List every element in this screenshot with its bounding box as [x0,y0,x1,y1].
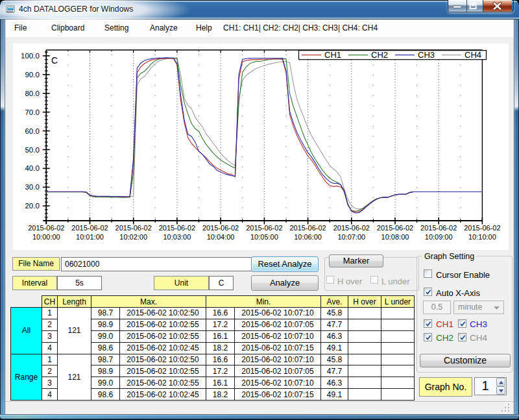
svg-text:2015-06-02: 2015-06-02 [289,224,326,232]
svg-text:2015-06-02: 2015-06-02 [377,224,413,232]
svg-text:10:08:00: 10:08:00 [381,233,409,241]
svg-text:10:00:00: 10:00:00 [32,233,60,241]
svg-text:50.0: 50.0 [25,146,39,154]
svg-text:60.0: 60.0 [25,127,39,135]
svg-text:2015-06-02: 2015-06-02 [464,224,500,232]
svg-text:CH4: CH4 [465,50,481,60]
svg-text:10:07:00: 10:07:00 [337,233,365,241]
svg-text:CH3: CH3 [418,50,435,60]
svg-text:70.0: 70.0 [25,108,39,116]
svg-text:10:09:00: 10:09:00 [425,233,453,241]
svg-text:2015-06-02: 2015-06-02 [202,224,239,232]
svg-text:10:06:00: 10:06:00 [294,233,322,241]
svg-text:10:01:00: 10:01:00 [76,233,104,241]
svg-text:10:10:00: 10:10:00 [468,233,496,241]
svg-text:2015-06-02: 2015-06-02 [333,224,370,232]
svg-text:10:03:00: 10:03:00 [163,233,191,241]
svg-text:100.0: 100.0 [21,52,40,60]
svg-text:10:02:00: 10:02:00 [119,233,147,241]
svg-text:2015-06-02: 2015-06-02 [159,224,195,232]
svg-text:C: C [51,55,58,66]
svg-text:80.0: 80.0 [25,90,39,97]
svg-text:40.0: 40.0 [25,164,39,172]
svg-text:2015-06-02: 2015-06-02 [71,224,108,232]
svg-text:CH1: CH1 [324,50,341,60]
svg-text:10:04:00: 10:04:00 [207,233,235,241]
svg-text:90.0: 90.0 [25,71,39,79]
svg-text:2015-06-02: 2015-06-02 [420,224,457,232]
svg-text:20.0: 20.0 [25,202,39,210]
svg-text:10:05:00: 10:05:00 [250,233,278,241]
svg-text:2015-06-02: 2015-06-02 [115,224,152,232]
svg-text:2015-06-02: 2015-06-02 [246,224,282,232]
svg-text:CH2: CH2 [371,50,388,60]
svg-text:30.0: 30.0 [25,183,39,191]
svg-text:2015-06-02: 2015-06-02 [28,224,64,232]
